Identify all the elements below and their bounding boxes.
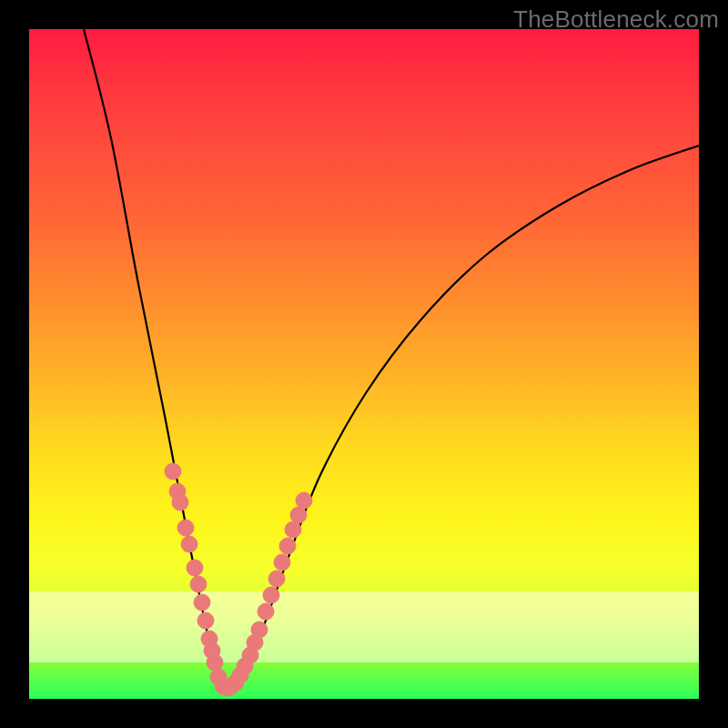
highlight-dots-group xyxy=(165,463,312,696)
chart-frame: TheBottleneck.com xyxy=(0,0,728,728)
highlight-dot xyxy=(197,612,214,629)
highlight-dot xyxy=(290,507,307,523)
highlight-dot xyxy=(187,560,203,576)
highlight-dot xyxy=(194,594,210,611)
highlight-dot xyxy=(181,536,197,552)
highlight-dot xyxy=(251,622,268,638)
highlight-dot xyxy=(285,521,301,538)
highlight-dot xyxy=(177,520,194,536)
highlight-dot xyxy=(165,463,181,480)
highlight-dot xyxy=(190,576,207,592)
highlight-dot xyxy=(207,654,223,671)
bottleneck-curve xyxy=(84,29,699,689)
chart-svg xyxy=(29,29,699,699)
highlight-dot xyxy=(172,494,188,511)
plot-area xyxy=(29,29,699,699)
highlight-dot xyxy=(279,538,296,554)
highlight-dot xyxy=(274,554,290,571)
highlight-dot xyxy=(263,587,279,603)
highlight-dot xyxy=(268,571,285,587)
highlight-dot xyxy=(258,603,274,620)
highlight-dot xyxy=(296,492,312,509)
